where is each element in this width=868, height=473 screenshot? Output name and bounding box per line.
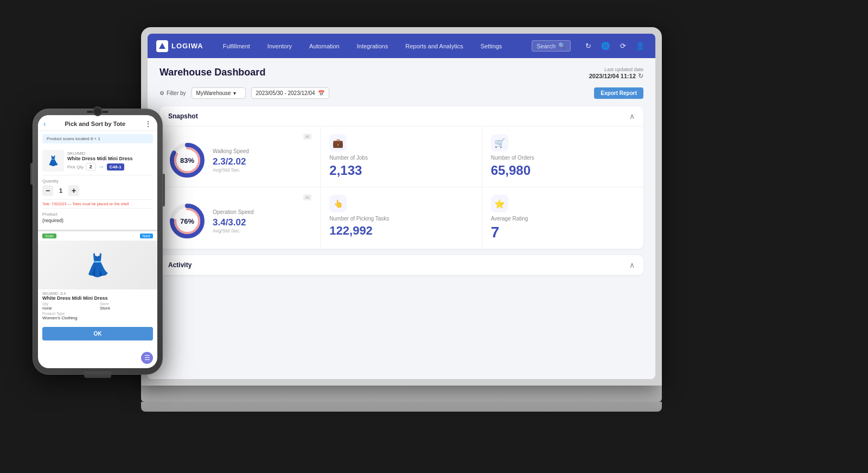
product-field-value: (required) [42,218,153,223]
operation-speed-label: Operation Speed [213,209,311,215]
laptop: LOGIWA Fulfillment Inventory Automation … [141,27,662,418]
phone-content-top: Product scans located 8 + 1 👗 SKU/MID Wh… [38,131,157,230]
search-box[interactable]: Search 🔍 [532,40,571,52]
phone-tag-row: Scan Next [38,231,157,241]
operation-speed-inner: 76% Operation Speed 3.4/3.02 Avg/Std Sec… [168,202,311,240]
walking-speed-percent: 83% [180,156,194,165]
store-value: Store [100,306,153,311]
phone-section-2: Scan Next 👗 SKU/MID -0.4 White Dress Mid… [38,230,157,340]
jobs-label: Number of Jobs [329,155,473,161]
activity-section-header: Activity ∧ [159,255,643,275]
last-updated-value: 2023/12/04 11:12 ↻ [589,72,643,80]
operation-speed-info: Operation Speed 3.4/3.02 Avg/Std Sec. [213,209,311,234]
picking-label: Number of Picking Tasks [329,216,473,222]
phone-product-row: 👗 SKU/MID White Dress Midi Mini Dress Pi… [42,147,153,175]
walking-speed-donut: 83% [168,141,206,179]
scan-tag: Scan [42,234,56,238]
phone-product-image: 👗 [42,150,64,172]
svg-marker-0 [159,43,165,49]
ai-badge-operation: AI [303,194,312,200]
product-type-value: Women's Clothing [42,316,153,320]
qty-none-value: none [42,306,95,311]
ok-button[interactable]: OK [42,327,153,340]
logo-area: LOGIWA [156,40,203,52]
refresh2-icon-btn[interactable]: ⟳ [616,40,629,53]
refresh-date-icon[interactable]: ↻ [638,72,643,80]
chevron-down-icon: ▾ [233,90,236,96]
orders-standalone: 🛒 Number of Orders 65,980 [491,134,635,178]
walking-speed-label: Walking Speed [213,148,311,154]
hand-icon: 👆 [329,195,347,212]
refresh-icon-btn[interactable]: ↻ [582,40,595,53]
phone-detail-name: White Dress Midi Mini Dress [42,295,153,301]
pick-qty-value: 2 [86,163,96,171]
rating-value: 7 [491,224,635,241]
page-title: Warehouse Dashboard [159,67,265,78]
laptop-base [141,386,662,402]
date-range-picker[interactable]: 2023/05/30 - 2023/12/04 📅 [251,87,329,99]
phone-back-btn[interactable]: ‹ [43,119,46,128]
metric-operation-speed: AI 76% [159,187,321,249]
decrement-btn[interactable]: − [42,185,53,196]
phone-app: ‹ Pick and Sort by Tote ⋮ Product scans … [38,115,157,368]
dashboard-content: Warehouse Dashboard Last updated date 20… [148,58,655,291]
metric-jobs: 💼 Number of Jobs 2,133 [321,127,482,187]
arrow-right-icon: → [98,163,105,171]
snapshot-title: Snapshot [168,112,198,120]
metric-orders: 🛒 Number of Orders 65,980 [482,127,643,187]
snapshot-collapse-icon[interactable]: ∧ [629,112,635,121]
phone-info-bar: Product scans located 8 + 1 [42,134,153,143]
nav-inventory[interactable]: Inventory [264,41,295,52]
user-icon-btn[interactable]: 👤 [634,40,647,53]
filter-icon: ⚙ [159,90,164,96]
cart-icon: 🛒 [491,134,508,152]
calendar-icon: 📅 [318,90,324,96]
phone-btn-left [30,163,33,185]
metrics-grid: AI 83% [159,127,643,249]
activity-collapse-icon[interactable]: ∧ [629,261,635,269]
phone-outer: ‹ Pick and Sort by Tote ⋮ Product scans … [33,109,163,375]
quantity-label: Quantity [42,179,153,184]
phone-product-image-2: 👗 [38,241,157,289]
product-type-field: Product Type Women's Clothing [42,312,153,320]
product-field-label: Product [42,212,153,217]
walking-speed-sub: Avg/Std Sec. [213,167,311,173]
filter-bar: ⚙ Filter by MyWarehouse ▾ 2023/05/30 - 2… [159,87,643,99]
operation-speed-donut: 76% [168,202,206,240]
phone-app-header: ‹ Pick and Sort by Tote ⋮ [38,115,157,131]
operation-speed-percent: 76% [180,217,194,225]
laptop-screen: LOGIWA Fulfillment Inventory Automation … [148,34,655,379]
jobs-standalone: 💼 Number of Jobs 2,133 [329,134,473,178]
increment-btn[interactable]: + [68,185,79,196]
laptop-foot [141,402,662,412]
picking-standalone: 👆 Number of Picking Tasks 122,992 [329,195,473,238]
metric-picking: 👆 Number of Picking Tasks 122,992 [321,187,482,249]
nav-settings[interactable]: Settings [477,41,506,52]
globe-icon-btn[interactable]: 🌐 [599,40,612,53]
phone-camera [93,106,103,116]
quantity-value: 1 [56,187,65,194]
phone-menu-icon[interactable]: ⋮ [144,119,152,128]
phone-sku: SKU/MID [67,151,153,156]
store-label: Store [100,302,153,306]
laptop-body: LOGIWA Fulfillment Inventory Automation … [141,27,662,386]
nav-reports[interactable]: Reports and Analytics [402,41,466,52]
phone-product-name: White Dress Midi Mini Dress [67,156,153,161]
filter-button[interactable]: ⚙ Filter by [159,90,186,96]
nav-integrations[interactable]: Integrations [354,41,391,52]
operation-speed-sub: Avg/Std Sec. [213,228,311,234]
warehouse-select[interactable]: MyWarehouse ▾ [192,87,246,99]
scene: LOGIWA Fulfillment Inventory Automation … [0,0,868,473]
location-badge: C48-1 [107,163,124,171]
phone-product-info: SKU/MID White Dress Midi Mini Dress Pick… [67,151,153,171]
product-type-label: Product Type [42,312,153,316]
store-field: Store Store [100,302,153,311]
export-report-button[interactable]: Export Report [594,87,643,99]
briefcase-icon: 💼 [329,134,347,152]
next-tag: Next [140,234,153,238]
rating-label: Average Rating [491,216,635,222]
snapshot-section-header: Snapshot ∧ [159,106,643,127]
fab-button[interactable]: ☰ [141,352,153,364]
nav-fulfillment[interactable]: Fulfillment [220,41,253,52]
nav-automation[interactable]: Automation [306,41,343,52]
